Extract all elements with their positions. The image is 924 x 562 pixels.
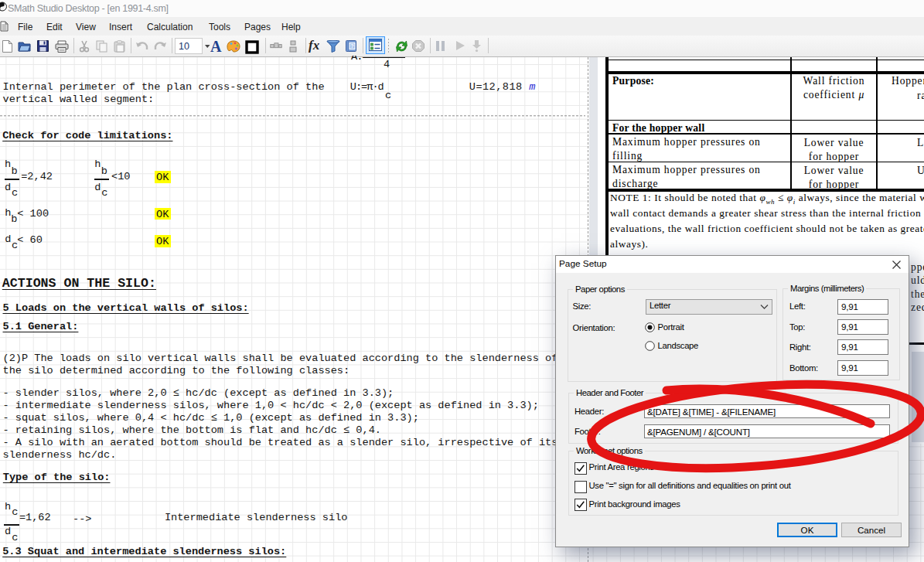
svg-text:?: ? [350,43,353,49]
